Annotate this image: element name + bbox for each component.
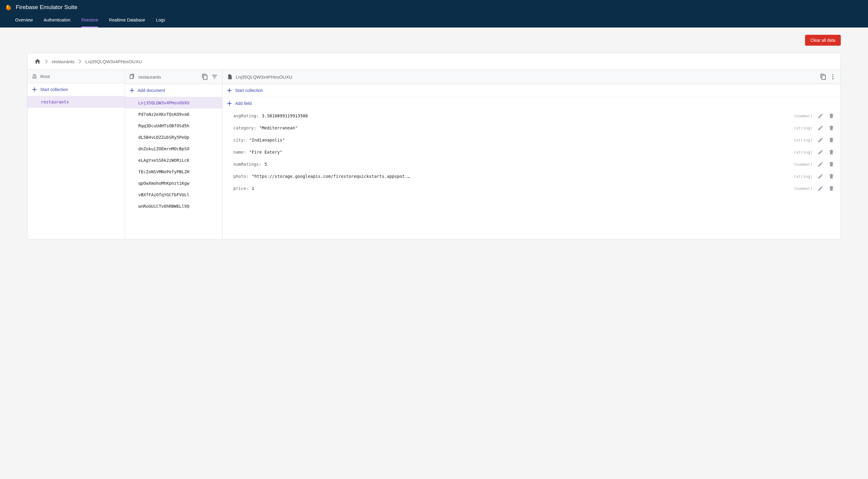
document-item[interactable]: Lnj35QLQW3x4PHosOUXU (125, 97, 222, 109)
copy-path-icon[interactable] (820, 73, 827, 80)
plus-icon (129, 88, 135, 93)
field-value: "Mediterranean" (259, 126, 298, 130)
field-value: 1 (252, 186, 254, 191)
document-item[interactable]: dnZokuiZOEmrnMOcBpSO (125, 143, 222, 155)
more-menu-icon[interactable] (830, 73, 836, 80)
field-type: (number) (794, 162, 813, 167)
edit-icon[interactable] (817, 125, 824, 131)
document-item[interactable]: vBXfFAzOfqYGCfbFVULl (125, 189, 222, 201)
nav-tab-authentication[interactable]: Authentication (43, 13, 70, 28)
add-field-button[interactable]: Add field (222, 97, 840, 110)
field-type: (string) (794, 174, 813, 179)
start-subcollection-label: Start collection (235, 88, 263, 93)
add-document-button[interactable]: Add document (125, 84, 222, 97)
delete-icon[interactable] (828, 173, 834, 179)
add-field-label: Add field (235, 101, 251, 106)
field-key: city: (234, 138, 246, 142)
column-document: Lnj35QLQW3x4PHosOUXU Start collection Ad… (222, 70, 840, 239)
nav-tabs: OverviewAuthenticationFirestoreRealtime … (0, 13, 868, 28)
field-key: category: (234, 126, 256, 130)
app-header: Firebase Emulator Suite OverviewAuthenti… (0, 0, 868, 28)
nav-tab-firestore[interactable]: Firestore (82, 13, 98, 28)
edit-icon[interactable] (817, 149, 824, 155)
plus-icon (227, 101, 232, 106)
field-type: (string) (794, 138, 813, 142)
document-item[interactable]: wnRoGUiCTv6hRBWELl9Q (125, 201, 222, 212)
document-item[interactable]: Pd7oNz2eXKxTQsKO9va6 (125, 109, 222, 120)
home-icon[interactable] (34, 58, 41, 65)
start-collection-button[interactable]: Start collection (28, 83, 125, 96)
nav-tab-realtime-database[interactable]: Realtime Database (109, 13, 145, 28)
documents-list: Lnj35QLQW3x4PHosOUXUPd7oNz2eXKxTQsKO9va6… (125, 97, 222, 212)
document-item[interactable]: dL5B4vLDZZubSRy5PeQp (125, 132, 222, 143)
column-root-title: Root (40, 74, 50, 79)
start-collection-label: Start collection (40, 87, 68, 92)
field-row[interactable]: avgRating:3.5816899119913588(number) (222, 110, 840, 122)
column-collection: restaurants Add document Lnj35QLQW3x4PHo… (125, 70, 222, 239)
field-value: 5 (265, 162, 267, 167)
add-document-label: Add document (138, 88, 165, 93)
nav-tab-logs[interactable]: Logs (156, 13, 165, 28)
database-root-icon (32, 74, 37, 79)
edit-icon[interactable] (817, 113, 824, 119)
document-icon (227, 74, 233, 80)
svg-point-0 (832, 74, 834, 76)
edit-icon[interactable] (817, 137, 824, 143)
document-item[interactable]: fEcZoNSVMNoPefyPBLZH (125, 166, 222, 177)
firebase-logo-icon (5, 4, 12, 11)
svg-point-2 (832, 78, 834, 79)
field-value: "https://storage.googleapis.com/firestor… (252, 174, 410, 179)
document-item[interactable]: eLAgYxeSS6k2zWORiLcK (125, 155, 222, 166)
collections-list: restaurants (28, 96, 125, 108)
delete-icon[interactable] (828, 137, 834, 143)
delete-icon[interactable] (828, 149, 834, 155)
field-key: price: (234, 186, 249, 191)
document-item[interactable]: Rqq3DcuUdHTsOBfOSd5h (125, 120, 222, 132)
chevron-right-icon (79, 59, 81, 64)
svg-point-1 (832, 76, 834, 77)
column-document-title: Lnj35QLQW3x4PHosOUXU (236, 74, 292, 79)
field-key: numRatings: (234, 162, 261, 167)
field-row[interactable]: photo:"https://storage.googleapis.com/fi… (222, 170, 840, 182)
collection-icon (129, 74, 135, 80)
field-row[interactable]: name:"Fire Eatery"(string) (222, 146, 840, 158)
app-title: Firebase Emulator Suite (16, 4, 78, 10)
field-key: photo: (234, 174, 249, 179)
edit-icon[interactable] (817, 185, 824, 192)
field-row[interactable]: numRatings:5(number) (222, 158, 840, 170)
field-type: (string) (794, 126, 813, 130)
firestore-panel: restaurants Lnj35QLQW3x4PHosOUXU Root St… (27, 53, 841, 240)
nav-tab-overview[interactable]: Overview (15, 13, 33, 28)
field-key: name: (234, 150, 246, 155)
copy-path-icon[interactable] (202, 73, 208, 80)
edit-icon[interactable] (817, 161, 824, 167)
edit-icon[interactable] (817, 173, 824, 179)
field-type: (number) (794, 186, 813, 191)
breadcrumb-item-collection[interactable]: restaurants (52, 59, 74, 64)
field-type: (string) (794, 150, 813, 155)
delete-icon[interactable] (828, 125, 834, 131)
filter-icon[interactable] (211, 73, 218, 80)
column-collection-title: restaurants (138, 74, 161, 79)
clear-all-data-button[interactable]: Clear all data (805, 35, 841, 46)
plus-icon (32, 87, 37, 92)
delete-icon[interactable] (828, 161, 834, 167)
document-item[interactable]: qpOwXmohoMhKpnzt1Kgw (125, 177, 222, 189)
field-row[interactable]: category:"Mediterranean"(string) (222, 122, 840, 134)
toolbar: Clear all data (0, 28, 868, 46)
field-row[interactable]: price:1(number) (222, 182, 840, 195)
field-type: (number) (794, 114, 813, 118)
field-value: "Indianapolis" (249, 138, 285, 142)
collection-item[interactable]: restaurants (28, 96, 125, 108)
start-subcollection-button[interactable]: Start collection (222, 84, 840, 97)
field-value: 3.5816899119913588 (262, 113, 308, 118)
columns: Root Start collection restaurants restau… (28, 70, 840, 239)
breadcrumb-item-document[interactable]: Lnj35QLQW3x4PHosOUXU (85, 59, 142, 64)
delete-icon[interactable] (828, 113, 834, 119)
delete-icon[interactable] (828, 185, 834, 192)
field-row[interactable]: city:"Indianapolis"(string) (222, 134, 840, 146)
column-root: Root Start collection restaurants (28, 70, 125, 239)
field-key: avgRating: (234, 113, 259, 118)
breadcrumb: restaurants Lnj35QLQW3x4PHosOUXU (28, 53, 840, 70)
fields-list: avgRating:3.5816899119913588(number)cate… (222, 110, 840, 195)
